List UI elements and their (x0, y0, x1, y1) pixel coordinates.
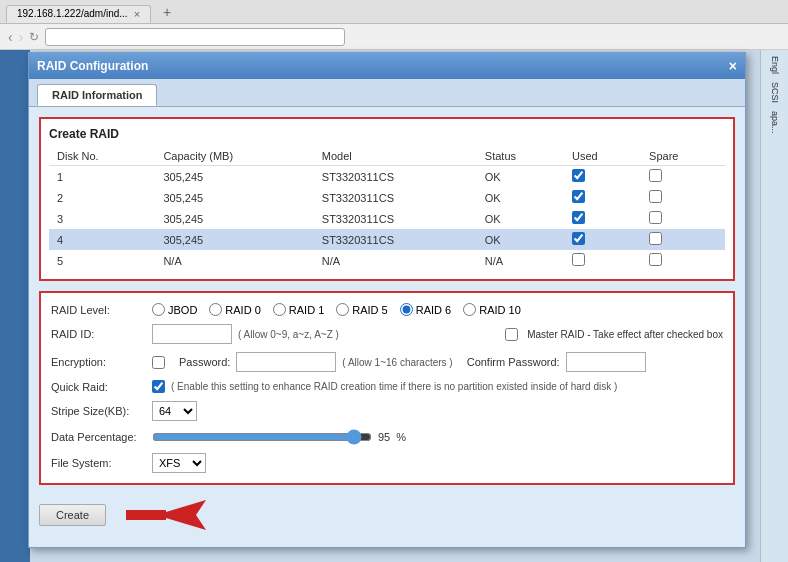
disk-spare[interactable] (641, 187, 725, 208)
used-checkbox[interactable] (572, 211, 585, 224)
disk-capacity: 305,245 (155, 166, 313, 188)
password-input[interactable] (236, 352, 336, 372)
spare-checkbox[interactable] (649, 169, 662, 182)
quick-raid-label: Quick Raid: (51, 381, 146, 393)
raid-level-option[interactable]: JBOD (152, 303, 197, 316)
disk-used[interactable] (564, 229, 641, 250)
file-system-label: File System: (51, 457, 146, 469)
disk-capacity: 305,245 (155, 208, 313, 229)
data-percentage-unit: % (396, 431, 406, 443)
raid-level-option[interactable]: RAID 6 (400, 303, 451, 316)
raid-level-option-label: RAID 5 (352, 304, 387, 316)
disk-used[interactable] (564, 166, 641, 188)
disk-spare[interactable] (641, 166, 725, 188)
raid-level-option[interactable]: RAID 10 (463, 303, 521, 316)
raid-level-option-label: RAID 10 (479, 304, 521, 316)
password-label: Password: (179, 356, 230, 368)
disk-capacity: 305,245 (155, 229, 313, 250)
raid-level-radio[interactable] (336, 303, 349, 316)
back-button[interactable]: ‹ (8, 29, 13, 45)
disk-used[interactable] (564, 208, 641, 229)
raid-config-section: RAID Level: JBODRAID 0RAID 1RAID 5RAID 6… (39, 291, 735, 485)
data-percentage-row: Data Percentage: 95 % (51, 429, 723, 445)
disk-model: ST3320311CS (314, 166, 477, 188)
col-disk-no: Disk No. (49, 147, 155, 166)
used-checkbox[interactable] (572, 232, 585, 245)
create-raid-title: Create RAID (49, 127, 725, 141)
disk-spare[interactable] (641, 229, 725, 250)
raid-level-label: RAID Level: (51, 304, 146, 316)
tab-active[interactable]: 192.168.1.222/adm/ind... × (6, 5, 151, 23)
col-used: Used (564, 147, 641, 166)
raid-level-radio[interactable] (209, 303, 222, 316)
encryption-checkbox[interactable] (152, 356, 165, 369)
master-raid-label: Master RAID - Take effect after checked … (527, 329, 723, 340)
stripe-size-row: Stripe Size(KB): 64 128 256 (51, 401, 723, 421)
col-status: Status (477, 147, 564, 166)
spare-checkbox[interactable] (649, 232, 662, 245)
col-model: Model (314, 147, 477, 166)
raid-level-row: RAID Level: JBODRAID 0RAID 1RAID 5RAID 6… (51, 303, 723, 316)
refresh-button[interactable]: ↻ (29, 30, 39, 44)
master-raid-checkbox[interactable] (505, 328, 518, 341)
raid-level-radio[interactable] (463, 303, 476, 316)
data-percentage-label: Data Percentage: (51, 431, 146, 443)
encryption-label: Encryption: (51, 356, 146, 368)
data-percentage-slider[interactable] (152, 429, 372, 445)
disk-used[interactable] (564, 187, 641, 208)
disk-status: OK (477, 229, 564, 250)
dialog-close-button[interactable]: × (729, 58, 737, 74)
right-sidebar-item-1[interactable]: Engl (770, 56, 780, 74)
right-sidebar: Engl SCSI apa... (760, 50, 788, 562)
disk-spare[interactable] (641, 250, 725, 271)
table-row: 1 305,245 ST3320311CS OK (49, 166, 725, 188)
new-tab-button[interactable]: + (155, 2, 179, 22)
address-bar[interactable]: 192.168.1.222/adm/index.php (45, 28, 345, 46)
right-sidebar-item-2[interactable]: SCSI (770, 82, 780, 103)
disk-no: 5 (49, 250, 155, 271)
quick-raid-note: ( Enable this setting to enhance RAID cr… (171, 381, 617, 392)
quick-raid-checkbox[interactable] (152, 380, 165, 393)
disk-spare[interactable] (641, 208, 725, 229)
confirm-password-input[interactable] (566, 352, 646, 372)
raid-level-option[interactable]: RAID 0 (209, 303, 260, 316)
used-checkbox[interactable] (572, 169, 585, 182)
stripe-size-select[interactable]: 64 128 256 (152, 401, 197, 421)
spare-checkbox[interactable] (649, 190, 662, 203)
disk-no: 2 (49, 187, 155, 208)
raid-level-option-label: RAID 1 (289, 304, 324, 316)
used-checkbox[interactable] (572, 253, 585, 266)
disk-no: 1 (49, 166, 155, 188)
table-row: 3 305,245 ST3320311CS OK (49, 208, 725, 229)
raid-id-input[interactable]: R6 (152, 324, 232, 344)
dialog-title: RAID Configuration (37, 59, 148, 73)
create-button[interactable]: Create (39, 504, 106, 526)
raid-level-radio[interactable] (273, 303, 286, 316)
disk-model: ST3320311CS (314, 187, 477, 208)
raid-level-radio[interactable] (400, 303, 413, 316)
arrow-indicator (126, 495, 206, 535)
raid-level-radio[interactable] (152, 303, 165, 316)
disk-status: OK (477, 187, 564, 208)
right-sidebar-item-3[interactable]: apa... (770, 111, 780, 134)
spare-checkbox[interactable] (649, 253, 662, 266)
forward-button[interactable]: › (19, 29, 24, 45)
data-percentage-value: 95 (378, 431, 390, 443)
spare-checkbox[interactable] (649, 211, 662, 224)
tab-raid-information[interactable]: RAID Information (37, 84, 157, 106)
used-checkbox[interactable] (572, 190, 585, 203)
raid-level-option[interactable]: RAID 5 (336, 303, 387, 316)
stripe-size-label: Stripe Size(KB): (51, 405, 146, 417)
disk-used[interactable] (564, 250, 641, 271)
tab-close-icon[interactable]: × (134, 8, 140, 20)
file-system-row: File System: XFS EXT4 (51, 453, 723, 473)
disk-status: N/A (477, 250, 564, 271)
create-raid-section: Create RAID Disk No. Capacity (MB) Model… (39, 117, 735, 281)
raid-level-option-label: RAID 0 (225, 304, 260, 316)
file-system-select[interactable]: XFS EXT4 (152, 453, 206, 473)
raid-id-label: RAID ID: (51, 328, 146, 340)
raid-level-options: JBODRAID 0RAID 1RAID 5RAID 6RAID 10 (152, 303, 521, 316)
raid-level-option-label: JBOD (168, 304, 197, 316)
disk-model: ST3320311CS (314, 208, 477, 229)
raid-level-option[interactable]: RAID 1 (273, 303, 324, 316)
